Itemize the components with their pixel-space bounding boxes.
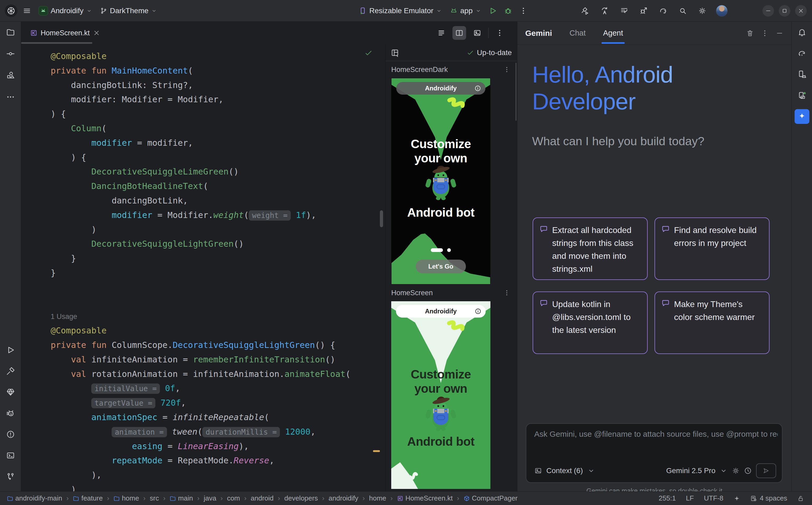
- gradle-sync-button[interactable]: [658, 5, 669, 17]
- send-button[interactable]: [756, 463, 776, 478]
- gemini-prompt-box[interactable]: Ask Gemini, use @filename to attach sour…: [526, 423, 783, 483]
- suggestion-card[interactable]: Update kotlin in @libs.version.toml to t…: [533, 292, 648, 354]
- kebab-menu-icon[interactable]: [761, 29, 769, 37]
- breadcrumb-item[interactable]: home: [113, 494, 139, 502]
- build-run-button[interactable]: [579, 5, 591, 17]
- terminal-tool-button[interactable]: [3, 448, 18, 463]
- main-menu-button[interactable]: [21, 5, 33, 17]
- ai-status-icon[interactable]: [733, 495, 740, 502]
- breadcrumb-item[interactable]: src: [150, 494, 159, 502]
- restore-button[interactable]: [779, 5, 790, 17]
- tab-agent[interactable]: Agent: [603, 22, 623, 45]
- design-view-button[interactable]: [470, 26, 484, 40]
- device-selector[interactable]: Resizable Emulator: [357, 5, 444, 17]
- minimize-button[interactable]: [763, 5, 774, 17]
- trash-icon[interactable]: [746, 29, 754, 37]
- more-tools-tool-button[interactable]: [3, 90, 18, 105]
- code-token: modifier: [112, 210, 152, 220]
- version-control-tool-button[interactable]: [3, 469, 18, 484]
- suggestion-card[interactable]: Make my Theme's color scheme warmer: [655, 292, 770, 354]
- device-manager-tool-button[interactable]: [795, 67, 809, 82]
- user-avatar[interactable]: [716, 5, 727, 17]
- commit-tool-button[interactable]: [3, 46, 18, 61]
- code-token: tween: [172, 427, 197, 437]
- settings-button[interactable]: [696, 5, 708, 17]
- editor-scrollbar[interactable]: [380, 210, 383, 227]
- tab-horizontal-scrollbar[interactable]: [21, 42, 92, 44]
- breadcrumb-item[interactable]: HomeScreen.kt: [397, 494, 453, 502]
- preview-label-row-light: HomeScreen: [385, 284, 517, 301]
- breadcrumb-item[interactable]: androidify: [329, 494, 358, 502]
- tab-close-icon[interactable]: [93, 29, 100, 37]
- breadcrumb-item[interactable]: developers: [284, 494, 318, 502]
- tab-homescreen-kt[interactable]: HomeScreen.kt: [25, 24, 105, 41]
- module-selector[interactable]: app: [448, 5, 483, 17]
- gradle-elephant-tool-button[interactable]: [795, 46, 809, 61]
- search-icon: [679, 7, 687, 15]
- recent-changes-button[interactable]: [618, 5, 630, 17]
- breadcrumb-item[interactable]: feature: [73, 494, 103, 502]
- run-tool-button[interactable]: [3, 343, 18, 357]
- gemini-settings-icon[interactable]: [732, 467, 740, 475]
- breadcrumb-item[interactable]: com: [227, 494, 240, 502]
- breadcrumb-item[interactable]: java: [204, 494, 216, 502]
- vcs-branch-selector[interactable]: DarkTheme: [98, 5, 159, 17]
- phone-preview-dark[interactable]: Androidify Customize your own: [391, 78, 490, 284]
- code-token: DecorativeSquiggleLightGreen: [91, 239, 233, 249]
- split-view-button[interactable]: [452, 26, 466, 40]
- indent-setting[interactable]: 4 spaces: [750, 494, 787, 502]
- preview-layout-icon[interactable]: [391, 48, 399, 57]
- close-button[interactable]: [795, 5, 807, 17]
- breadcrumb-item[interactable]: CompactPager: [464, 494, 517, 502]
- suggestion-card[interactable]: Extract all hardcoded strings from this …: [533, 217, 648, 280]
- hide-panel-icon[interactable]: [776, 29, 784, 37]
- code-token: DecorativeSquiggleLimeGreen: [91, 167, 228, 177]
- breadcrumb-item[interactable]: main: [169, 494, 193, 502]
- code-token: (: [203, 181, 208, 191]
- caret-position[interactable]: 255:1: [659, 494, 676, 502]
- kebab-menu-icon[interactable]: [503, 289, 510, 296]
- notifications-bell-tool-button[interactable]: [795, 25, 809, 39]
- debug-button[interactable]: [502, 5, 514, 17]
- code-token: ,: [181, 398, 186, 408]
- build-hammer-tool-button[interactable]: [3, 364, 18, 378]
- breadcrumb-item[interactable]: androidify-main: [7, 494, 62, 502]
- running-devices-tool-button[interactable]: [795, 88, 809, 103]
- file-encoding[interactable]: UTF-8: [704, 494, 723, 502]
- profiler-button[interactable]: [638, 5, 650, 17]
- tab-chat[interactable]: Chat: [570, 22, 586, 45]
- history-icon[interactable]: [744, 467, 752, 475]
- code-token: (: [244, 210, 249, 220]
- resource-shapes-tool-button[interactable]: [3, 68, 18, 83]
- breadcrumb[interactable]: androidify-main›feature›home›src›main›ja…: [7, 494, 653, 502]
- more-run-options-button[interactable]: [517, 5, 529, 17]
- code-editor[interactable]: @Composableprivate fun MainHomeContent( …: [21, 44, 385, 491]
- breadcrumb-item[interactable]: home: [369, 494, 386, 502]
- project-folder-tool-button[interactable]: [3, 25, 18, 39]
- code-token: 12000: [285, 427, 310, 437]
- attach-image-icon[interactable]: [534, 467, 542, 475]
- problems-tool-button[interactable]: [3, 427, 18, 442]
- search-everywhere-button[interactable]: [677, 5, 689, 17]
- gemini-spark-tool-button[interactable]: [795, 109, 809, 124]
- code-view-button[interactable]: [435, 26, 448, 40]
- apply-changes-button[interactable]: [599, 5, 610, 17]
- phone-preview-light[interactable]: Androidify Customize your own: [391, 301, 490, 489]
- logcat-cat-tool-button[interactable]: [3, 406, 18, 420]
- kebab-menu-icon[interactable]: [503, 66, 510, 73]
- line-ending[interactable]: LF: [686, 494, 694, 502]
- project-selector[interactable]: Androidify: [36, 4, 94, 17]
- code-token: [51, 138, 91, 148]
- context-selector[interactable]: Context (6): [546, 467, 583, 475]
- app-quality-gem-tool-button[interactable]: [3, 385, 18, 399]
- run-button[interactable]: [487, 5, 498, 17]
- device-name: Resizable Emulator: [369, 7, 434, 15]
- editor-options-button[interactable]: [493, 26, 506, 40]
- breadcrumb-item[interactable]: android: [251, 494, 273, 502]
- suggestion-card[interactable]: Find and resolve build errors in my proj…: [655, 217, 770, 280]
- lock-icon[interactable]: [797, 495, 804, 502]
- lets-go-button[interactable]: Let's Go: [416, 260, 466, 273]
- preview-scrollbar[interactable]: [515, 63, 516, 121]
- code-line: dancingBotLink,: [51, 193, 385, 208]
- model-selector[interactable]: Gemini 2.5 Pro: [666, 467, 715, 475]
